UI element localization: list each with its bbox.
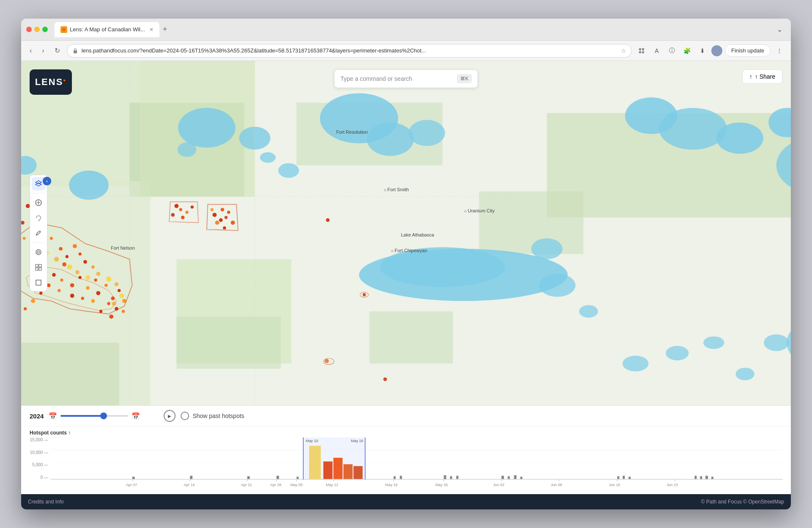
puzzle-btn[interactable]: 🧩 [681,44,694,57]
svg-point-71 [70,283,74,287]
target-tool-btn[interactable] [32,245,45,259]
svg-point-78 [118,289,121,292]
svg-point-62 [59,247,63,251]
square-icon [35,279,42,286]
svg-point-73 [86,286,90,290]
show-hotspots-label: Show past hotspots [192,412,244,419]
show-hotspots-btn[interactable]: Show past hotspots [181,412,244,420]
svg-rect-16 [370,311,453,363]
bookmark-star-icon[interactable]: ☆ [621,47,626,54]
x-label-may19: May 19 [385,482,398,487]
compass-tool-btn[interactable] [32,196,45,209]
url-bar[interactable]: lens.pathandfocus.com/?endDate=2024-05-1… [67,44,632,58]
svg-rect-166 [450,476,452,479]
browser-actions: A ⓘ 🧩 ⬇ Finish update ⋮ [635,44,786,57]
x-label-apr14: Apr 14 [184,482,195,487]
svg-rect-162 [296,477,299,479]
browser-menu-btn[interactable]: ⋮ [773,44,786,57]
svg-point-0 [62,28,66,31]
svg-rect-161 [277,476,279,479]
svg-rect-150 [36,280,41,285]
city-label-lake-athabasca: Lake Athabasca [401,232,434,237]
svg-point-27 [659,108,727,150]
svg-point-121 [215,220,219,225]
secure-icon [72,48,78,54]
svg-point-41 [278,163,299,178]
lens-logo[interactable]: LENS● [30,69,72,95]
svg-rect-4 [639,51,641,53]
city-label-fort-nelson: Fort Nelson [111,245,135,250]
pen-tool-btn[interactable] [32,226,45,240]
svg-point-122 [227,211,230,214]
year-label: 2024 [30,412,44,420]
svg-rect-147 [39,264,41,267]
map-search-bar[interactable]: Type a command or search ⌘K [334,69,478,88]
svg-point-105 [106,276,111,281]
city-dot [333,132,335,134]
svg-rect-159 [190,476,192,479]
svg-point-89 [47,283,51,287]
browser-tab[interactable]: Lens: A Map of Canadian Wil... ✕ [55,22,159,37]
share-label: ↑ Share [755,73,775,80]
credits-label[interactable]: Credits and Info [28,499,64,505]
svg-point-92 [24,307,27,310]
svg-point-18 [69,170,109,200]
forward-btn[interactable]: › [38,45,47,56]
left-toolbar: › [30,175,47,292]
svg-point-104 [96,272,100,276]
svg-point-65 [78,253,81,256]
svg-point-111 [171,213,175,217]
map-area[interactable]: Wal... LENS● Type a command or search ⌘K… [21,61,791,405]
svg-marker-137 [36,181,41,184]
svg-rect-174 [628,477,631,479]
extensions-btn[interactable] [635,44,648,57]
finish-update-btn[interactable]: Finish update [725,44,771,57]
svg-point-123 [219,218,223,222]
svg-point-25 [409,120,445,146]
square-tool-btn[interactable] [32,276,45,289]
toolbar-separator-1 [32,193,45,193]
hotspot-counts-label: Hotspot counts ↑ [30,430,782,436]
svg-point-85 [91,299,95,303]
maximize-window-btn[interactable] [42,27,48,32]
city-label-fort-chipewyan: Fort Chipewyan [391,248,427,253]
refresh-btn[interactable]: ↻ [51,45,63,56]
compass-icon [35,199,42,206]
grid-icon [35,264,42,271]
svg-point-80 [107,302,110,305]
x-label-apr07: Apr 07 [126,482,137,487]
share-btn[interactable]: ↑ ↑ Share [742,69,782,84]
tab-close-btn[interactable]: ✕ [149,27,154,33]
layers-icon [35,180,42,187]
chart-area[interactable]: May 10 May 16 [51,437,782,488]
svg-rect-158 [132,477,135,479]
grid-tool-btn[interactable] [32,261,45,274]
profile-btn[interactable]: A [650,44,663,57]
back-btn[interactable]: ‹ [26,45,35,56]
svg-rect-163 [394,476,396,479]
svg-point-114 [185,211,188,214]
svg-point-48 [764,334,789,351]
timeline-slider[interactable] [60,415,128,417]
bottom-bar: Credits and Info © Path and Focus © Open… [21,494,791,509]
play-btn[interactable]: ▶ [164,410,176,422]
svg-rect-17 [176,316,281,368]
user-avatar[interactable] [711,45,722,56]
info-btn[interactable]: ⓘ [666,44,678,57]
download-btn[interactable]: ⬇ [696,44,709,57]
minimize-window-btn[interactable] [34,27,40,32]
svg-rect-167 [456,476,458,479]
new-tab-btn[interactable]: + [159,23,171,36]
y-label-0: 0 — [41,475,48,480]
bar-may13 [333,458,343,479]
search-shortcut: ⌘K [457,74,472,83]
svg-point-119 [221,208,225,212]
lasso-tool-btn[interactable] [32,211,45,225]
window-menu-btn[interactable]: ⌄ [774,24,786,35]
svg-point-106 [115,282,119,286]
pen-icon [35,229,42,237]
svg-point-43 [579,305,598,318]
svg-rect-3 [642,48,644,50]
svg-point-120 [225,216,228,219]
close-window-btn[interactable] [26,27,32,32]
